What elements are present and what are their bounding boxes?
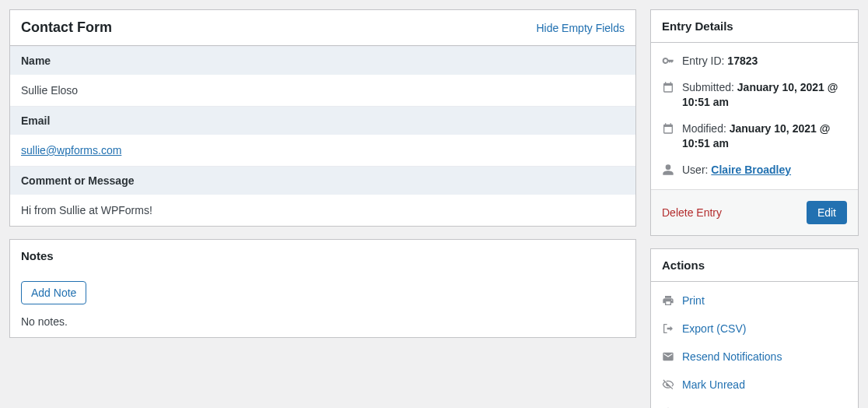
notes-empty-text: No notes. xyxy=(21,315,625,328)
field-label-name: Name xyxy=(10,46,635,75)
action-mark-unread[interactable]: Mark Unread xyxy=(651,371,858,399)
mark-unread-link[interactable]: Mark Unread xyxy=(682,378,745,391)
field-value-name: Sullie Eloso xyxy=(10,75,635,106)
notes-panel: Notes Add Note No notes. xyxy=(9,239,636,338)
user-link[interactable]: Claire Broadley xyxy=(711,164,791,176)
notes-title: Notes xyxy=(21,249,54,262)
action-print[interactable]: Print xyxy=(651,287,858,315)
field-label-message: Comment or Message xyxy=(10,166,635,195)
submitted-row: Submitted: January 10, 2021 @ 10:51 am xyxy=(651,69,858,111)
resend-link[interactable]: Resend Notifications xyxy=(682,350,782,363)
entry-id-value: 17823 xyxy=(727,55,758,67)
export-link[interactable]: Export (CSV) xyxy=(682,322,746,335)
key-icon xyxy=(662,55,674,67)
field-value-email: sullie@wpforms.com xyxy=(10,135,635,166)
calendar-icon xyxy=(662,81,674,93)
print-icon xyxy=(662,294,674,307)
modified-label: Modified: xyxy=(682,122,730,135)
user-label: User: xyxy=(682,164,711,176)
add-note-button[interactable]: Add Note xyxy=(21,281,86,304)
email-link[interactable]: sullie@wpforms.com xyxy=(21,144,121,157)
action-resend[interactable]: Resend Notifications xyxy=(651,343,858,371)
contact-form-title: Contact Form xyxy=(21,19,112,36)
user-icon xyxy=(662,164,674,176)
export-icon xyxy=(662,322,674,335)
modified-row: Modified: January 10, 2021 @ 10:51 am xyxy=(651,111,858,152)
action-star[interactable]: Star xyxy=(651,399,858,408)
action-export[interactable]: Export (CSV) xyxy=(651,315,858,343)
field-label-email: Email xyxy=(10,106,635,135)
actions-panel: Actions Print Export (CSV) Resend Notifi… xyxy=(650,248,859,408)
entry-id-label: Entry ID: xyxy=(682,55,727,67)
user-row: User: Claire Broadley xyxy=(651,152,858,178)
calendar-icon xyxy=(662,122,674,135)
print-link[interactable]: Print xyxy=(682,294,705,307)
field-value-message: Hi from Sullie at WPForms! xyxy=(10,195,635,226)
contact-form-panel: Contact Form Hide Empty Fields Name Sull… xyxy=(9,9,636,227)
mail-icon xyxy=(662,350,674,363)
eye-slash-icon xyxy=(662,378,674,391)
edit-button[interactable]: Edit xyxy=(807,201,847,224)
submitted-label: Submitted: xyxy=(682,81,737,93)
entry-id-row: Entry ID: 17823 xyxy=(651,43,858,69)
hide-empty-fields-link[interactable]: Hide Empty Fields xyxy=(536,22,625,34)
actions-title: Actions xyxy=(662,259,705,272)
entry-details-title: Entry Details xyxy=(662,19,733,33)
delete-entry-link[interactable]: Delete Entry xyxy=(662,206,722,219)
entry-details-panel: Entry Details Entry ID: 17823 Submitted:… xyxy=(650,9,859,236)
